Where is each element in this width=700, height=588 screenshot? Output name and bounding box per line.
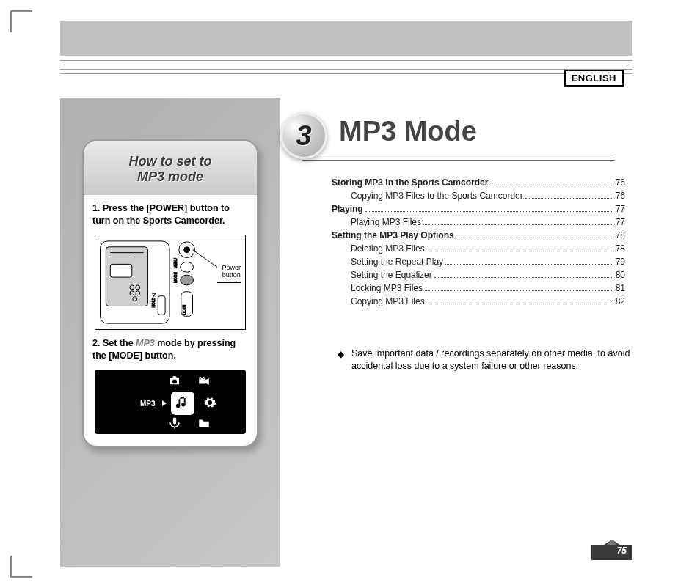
toc-label: Setting the MP3 Play Options: [332, 229, 454, 242]
toc-leader-dots: [490, 177, 613, 185]
callout-title-line1: How to set to: [91, 154, 249, 169]
lcd-selected-tile: [171, 392, 194, 415]
lcd-pointer-icon: [162, 400, 167, 406]
toc-row: Playing77: [332, 202, 625, 216]
svg-text:DC IN: DC IN: [183, 304, 186, 315]
svg-line-18: [193, 249, 217, 267]
callout-title: How to set to MP3 mode: [84, 141, 257, 195]
chapter-number-badge: 3: [280, 112, 327, 159]
power-button-label: Power button: [222, 265, 241, 279]
toc-label: Playing: [332, 202, 363, 216]
toc-page-number: 79: [616, 255, 625, 268]
toc-leader-dots: [365, 204, 613, 212]
toc-row: Setting the Repeat Play79: [332, 255, 625, 268]
page-number-tab: 75: [591, 540, 632, 560]
footnote-text: Save important data / recordings separat…: [351, 348, 631, 372]
svg-point-13: [181, 275, 194, 285]
toc-leader-dots: [425, 283, 613, 291]
toc-label: Copying MP3 Files to the Sports Camcorde…: [351, 189, 523, 202]
toc-leader-dots: [445, 257, 613, 265]
diamond-bullet-icon: ◆: [338, 348, 344, 372]
chapter-number: 3: [296, 120, 311, 152]
toc-label: Locking MP3 Files: [351, 282, 423, 295]
svg-rect-4: [110, 264, 132, 277]
svg-text:MENU: MENU: [174, 257, 178, 268]
toc-label: Setting the Repeat Play: [351, 255, 443, 268]
toc-label: Playing MP3 Files: [351, 216, 421, 229]
toc-leader-dots: [434, 270, 613, 278]
toc-page-number: 76: [616, 189, 625, 202]
toc-page-number: 76: [616, 176, 625, 189]
power-label-line2: button: [222, 272, 241, 279]
lcd-mock: MP3: [95, 370, 246, 434]
chapter-title: MP3 Mode: [339, 116, 477, 147]
toc-leader-dots: [427, 243, 613, 251]
crop-mark: [10, 556, 32, 578]
toc-leader-dots: [456, 230, 613, 238]
toc-page-number: 77: [616, 202, 625, 216]
microphone-icon: [168, 416, 181, 430]
toc-row: Copying MP3 Files82: [332, 295, 625, 308]
page-number: 75: [617, 545, 627, 556]
svg-point-11: [184, 247, 190, 253]
step-2-number: 2.: [92, 338, 100, 348]
music-note-icon: [175, 395, 191, 411]
crop-mark: [10, 10, 32, 32]
toc-page-number: 81: [616, 282, 625, 295]
step-1: 1. Press the [POWER] button to turn on t…: [92, 202, 248, 227]
chapter-underline: [302, 158, 615, 161]
svg-text:HOLD ◀: HOLD ◀: [152, 293, 156, 307]
step-2-prefix: Set the: [103, 338, 136, 348]
toc-page-number: 80: [616, 268, 625, 282]
step-1-number: 1.: [92, 203, 100, 213]
toc-label: Storing MP3 in the Sports Camcorder: [332, 176, 488, 189]
toc-page-number: 77: [616, 216, 625, 229]
callout-body: 1. Press the [POWER] button to turn on t…: [84, 195, 257, 446]
header-band: [60, 21, 632, 56]
toc-page-number: 78: [616, 242, 625, 255]
toc-page-number: 78: [616, 229, 625, 242]
toc-row: Setting the Equalizer80: [332, 268, 625, 282]
lcd-mp3-label: MP3: [140, 399, 156, 409]
movie-camera-icon: [197, 374, 211, 387]
svg-text:MODE: MODE: [174, 271, 178, 282]
toc-row: Deleting MP3 Files78: [332, 242, 625, 255]
howto-callout: How to set to MP3 mode 1. Press the [POW…: [82, 139, 258, 447]
step-2-mode: MP3: [136, 338, 155, 348]
step-2: 2. Set the MP3 mode by pressing the [MOD…: [92, 337, 248, 362]
camcorder-diagram: MENU MODE DC IN HOLD ◀ Power button: [95, 235, 246, 330]
callout-title-line2: MP3 mode: [91, 169, 249, 185]
toc-row: Copying MP3 Files to the Sports Camcorde…: [332, 189, 625, 202]
toc-row: Locking MP3 Files81: [332, 282, 625, 295]
svg-point-12: [181, 262, 194, 272]
header-rules: [60, 60, 632, 76]
gear-icon: [203, 396, 216, 409]
chapter-toc: Storing MP3 in the Sports Camcorder76Cop…: [332, 176, 625, 308]
svg-rect-20: [158, 295, 165, 315]
toc-label: Copying MP3 Files: [351, 295, 425, 308]
toc-label: Deleting MP3 Files: [351, 242, 425, 255]
camera-icon: [168, 374, 181, 387]
toc-label: Setting the Equalizer: [351, 268, 432, 282]
toc-page-number: 82: [616, 295, 625, 308]
language-badge: ENGLISH: [564, 70, 624, 87]
folder-icon: [197, 416, 211, 430]
toc-row: Playing MP3 Files77: [332, 216, 625, 229]
toc-row: Setting the MP3 Play Options78: [332, 229, 625, 242]
power-label-rule: [217, 282, 241, 283]
step-1-text: Press the [POWER] button to turn on the …: [92, 203, 230, 226]
toc-row: Storing MP3 in the Sports Camcorder76: [332, 176, 625, 189]
footnote: ◆ Save important data / recordings separ…: [338, 348, 631, 372]
toc-leader-dots: [427, 296, 613, 304]
toc-leader-dots: [525, 191, 613, 199]
toc-leader-dots: [423, 217, 613, 225]
manual-page: ENGLISH How to set to MP3 mode 1. Press …: [60, 0, 632, 588]
